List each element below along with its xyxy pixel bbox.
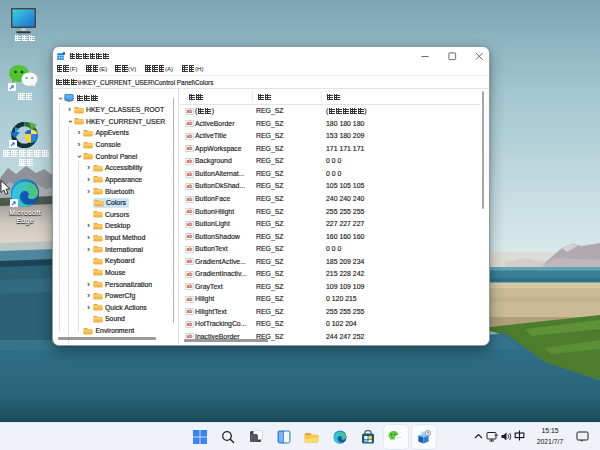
svg-text:ab: ab — [187, 221, 193, 227]
svg-text:ab: ab — [187, 321, 193, 327]
svg-text:ab: ab — [187, 271, 193, 277]
svg-text:ab: ab — [187, 258, 193, 264]
svg-text:ab: ab — [187, 108, 193, 114]
svg-text:ab: ab — [187, 196, 193, 202]
svg-text:ab: ab — [187, 309, 193, 315]
svg-text:ab: ab — [187, 158, 193, 164]
svg-text:ab: ab — [187, 233, 193, 239]
svg-text:ab: ab — [187, 146, 193, 152]
svg-text:ab: ab — [187, 133, 193, 139]
svg-text:ab: ab — [187, 171, 193, 177]
svg-text:ab: ab — [187, 208, 193, 214]
svg-text:ab: ab — [187, 284, 193, 290]
svg-text:ab: ab — [187, 246, 193, 252]
svg-text:ab: ab — [187, 296, 193, 302]
svg-text:ab: ab — [187, 183, 193, 189]
svg-text:ab: ab — [187, 121, 193, 127]
